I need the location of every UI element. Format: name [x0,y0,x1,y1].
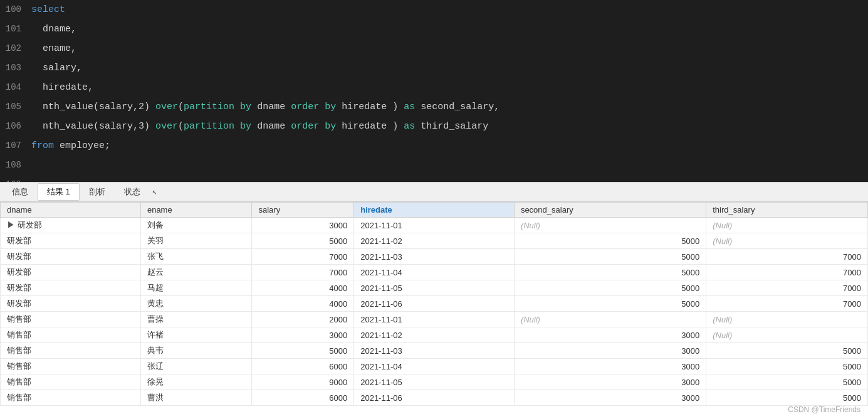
code-line: 101 dname, [0,19,868,39]
table-row[interactable]: 销售部曹洪60002021-11-0630005000 [1,390,868,406]
table-cell: (Null) [514,312,706,327]
table-cell: 2021-11-06 [354,296,515,312]
table-row[interactable]: 研发部黄忠40002021-11-0650007000 [1,296,868,312]
code-content: ename, [31,40,76,58]
table-cell: 7000 [706,265,868,280]
table-cell: 2021-11-01 [354,312,515,327]
table-area[interactable]: dnameenamesalaryhiredatesecond_salarythi… [0,202,868,419]
tab-剖析[interactable]: 剖析 [80,183,115,201]
table-cell: 6000 [252,390,354,406]
col-header-second_salary[interactable]: second_salary [514,203,706,218]
table-cell: 3000 [514,327,706,343]
table-cell: 张辽 [140,359,252,374]
table-row[interactable]: 销售部许褚30002021-11-023000(Null) [1,327,868,343]
table-cell: 2021-11-04 [354,265,515,280]
table-row[interactable]: 销售部张辽60002021-11-0430005000 [1,359,868,374]
table-cell: 马超 [140,280,252,296]
table-cell: 5000 [514,265,706,280]
table-cell: 2021-11-03 [354,343,515,359]
table-cell: 4000 [252,280,354,296]
code-line: 106 nth_value(salary,3) over(partition b… [0,117,868,136]
table-cell: 张飞 [140,249,252,265]
table-cell: 5000 [252,233,354,249]
line-number: 106 [0,117,31,135]
table-cell: 3000 [252,327,354,343]
table-cell: 5000 [706,343,868,359]
code-line: 105 nth_value(salary,2) over(partition b… [0,97,868,117]
col-header-salary[interactable]: salary [252,203,354,218]
tab-cursor: ↖ [152,187,157,197]
tabs-bar: 信息结果 1剖析状态↖ [0,182,868,202]
table-cell: 2021-11-01 [354,218,515,233]
table-row[interactable]: 研发部赵云70002021-11-0450007000 [1,265,868,280]
table-cell: 7000 [706,296,868,312]
table-cell: 许褚 [140,327,252,343]
table-cell: 6000 [252,359,354,374]
editor-area: 100select101 dname,102 ename,103 salary,… [0,0,868,182]
table-cell: 3000 [252,218,354,233]
table-cell: 3000 [514,390,706,406]
table-cell: 销售部 [1,359,141,374]
col-header-ename[interactable]: ename [140,203,252,218]
table-cell: 9000 [252,374,354,390]
tab-信息[interactable]: 信息 [3,183,38,201]
code-content: nth_value(salary,3) over(partition by dn… [31,117,488,136]
table-cell: 2021-11-04 [354,359,515,374]
table-row[interactable]: 销售部曹操20002021-11-01(Null)(Null) [1,312,868,327]
table-cell: (Null) [514,218,706,233]
table-cell: (Null) [706,233,868,249]
table-cell: 2000 [252,312,354,327]
code-line: 100select [0,0,868,19]
results-table: dnameenamesalaryhiredatesecond_salarythi… [0,202,868,406]
line-number: 101 [0,19,31,38]
code-content: salary, [31,59,82,78]
line-number: 104 [0,78,31,97]
col-header-dname[interactable]: dname [1,203,141,218]
line-number: 100 [0,0,31,19]
line-number: 109 [0,175,31,182]
table-cell: 5000 [706,390,868,406]
table-cell: 销售部 [1,327,141,343]
code-content [31,156,37,175]
col-header-third_salary[interactable]: third_salary [706,203,868,218]
table-cell: 2021-11-05 [354,280,515,296]
table-cell: 赵云 [140,265,252,280]
table-row[interactable]: 研发部张飞70002021-11-0350007000 [1,249,868,265]
code-line: 104 hiredate, [0,78,868,97]
table-cell: 典韦 [140,343,252,359]
table-row[interactable]: 研发部马超40002021-11-0550007000 [1,280,868,296]
table-cell: 3000 [514,374,706,390]
code-line: 103 salary, [0,58,868,78]
col-header-hiredate[interactable]: hiredate [354,203,515,218]
table-cell: 研发部 [1,296,141,312]
table-cell: 销售部 [1,390,141,406]
table-cell: 研发部 [1,233,141,249]
table-cell: 黄忠 [140,296,252,312]
table-row[interactable]: 销售部徐晃90002021-11-0530005000 [1,374,868,390]
table-row[interactable]: 研发部关羽50002021-11-025000(Null) [1,233,868,249]
code-content: hiredate, [31,78,93,97]
line-number: 105 [0,97,31,116]
line-number: 107 [0,136,31,155]
table-row[interactable]: 研发部刘备30002021-11-01(Null)(Null) [1,218,868,233]
table-cell: 2021-11-06 [354,390,515,406]
table-cell: 5000 [514,249,706,265]
table-cell: 销售部 [1,374,141,390]
line-number: 108 [0,156,31,174]
table-cell: 7000 [252,265,354,280]
table-cell: 曹洪 [140,390,252,406]
table-cell: 刘备 [140,218,252,233]
table-cell: 3000 [514,343,706,359]
table-cell: 研发部 [1,249,141,265]
table-cell: 7000 [706,249,868,265]
code-content: select [31,1,65,19]
tab-状态[interactable]: 状态 [115,183,150,201]
line-number: 103 [0,58,31,77]
code-content [31,176,37,182]
code-line: 108 [0,156,868,175]
table-cell: 5000 [252,343,354,359]
tab-结果1[interactable]: 结果 1 [38,183,80,201]
table-cell: 曹操 [140,312,252,327]
code-content: from employee; [31,137,110,156]
table-row[interactable]: 销售部典韦50002021-11-0330005000 [1,343,868,359]
